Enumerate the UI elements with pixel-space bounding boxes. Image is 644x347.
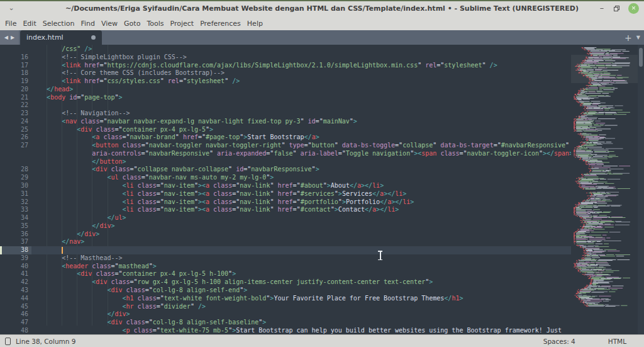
tab-prev-icon[interactable]: ◀ [4, 35, 8, 40]
code-line-32[interactable]: 32 <li class="nav-item"><a class="nav-li… [0, 198, 644, 207]
sublime-text-window: ⌄ ~/Documents/Eriga Syifaudin/Cara Membu… [0, 0, 644, 347]
code-text: <div class="container px-4 px-lg-5 h-100… [31, 270, 644, 278]
line-number: 32 [0, 198, 31, 207]
code-text: </nav> [31, 238, 644, 246]
active-line-edge-marker [0, 246, 2, 254]
menu-item-file[interactable]: File [2, 20, 19, 28]
code-line-47[interactable]: 47 <div class="col-lg-8 align-self-basel… [0, 319, 644, 327]
minimize-button[interactable]: – [599, 5, 605, 12]
code-text: </div> [31, 230, 644, 239]
restore-icon [614, 7, 618, 11]
close-button[interactable]: ✕ [628, 3, 639, 14]
tab-label: index.html [26, 33, 91, 42]
code-line-24[interactable]: 24 <nav class="navbar navbar-expand-lg n… [0, 118, 644, 126]
code-line-43[interactable]: 43 <div class="col-lg-8 align-self-end"> [0, 287, 644, 295]
code-text: <nav class="navbar navbar-expand-lg navb… [31, 118, 644, 126]
code-line-31[interactable]: 31 <li class="nav-item"><a class="nav-li… [0, 190, 644, 198]
code-text: </div> [31, 222, 644, 230]
code-text: <!-- Core theme CSS (includes Bootstrap)… [31, 69, 644, 77]
code-line-wrap[interactable]: </button> [0, 158, 644, 166]
code-text: <div class="collapse navbar-collapse" id… [31, 166, 644, 174]
code-text: <p class="text-white-75 mb-5">Start Boot… [31, 327, 644, 334]
window-menu-chevron-icon[interactable]: ⌄ [6, 3, 16, 13]
line-number: 33 [0, 206, 31, 214]
menu-item-view[interactable]: View [98, 20, 121, 28]
code-line-16[interactable]: 16 <!-- SimpleLightbox plugin CSS--> [0, 54, 644, 62]
line-number: 22 [0, 101, 31, 110]
code-area[interactable]: /css" />16 <!-- SimpleLightbox plugin CS… [0, 45, 644, 334]
tab-overflow-icon[interactable]: ▼ [636, 35, 640, 40]
line-number: 44 [0, 295, 31, 303]
menu-item-edit[interactable]: Edit [19, 20, 39, 28]
syntax-setting[interactable]: HTML [608, 338, 626, 345]
code-line-42[interactable]: 42 <div class="row gx-4 gx-lg-5 h-100 al… [0, 278, 644, 287]
code-line-41[interactable]: 41 <div class="container px-4 px-lg-5 h-… [0, 270, 644, 278]
code-line-18[interactable]: 18 <!-- Core theme CSS (includes Bootstr… [0, 69, 644, 77]
code-line-wrap[interactable]: aria-controls="navbarResponsive" aria-ex… [0, 150, 644, 158]
new-tab-icon[interactable]: + [625, 33, 632, 42]
code-line-37[interactable]: 37 </nav> [0, 238, 644, 246]
code-line-34[interactable]: 34 </ul> [0, 214, 644, 222]
menu-item-tools[interactable]: Tools [143, 20, 167, 28]
editor[interactable]: /css" />16 <!-- SimpleLightbox plugin CS… [0, 45, 644, 334]
code-line-40[interactable]: 40 <header class="masthead"> [0, 263, 644, 271]
code-line-46[interactable]: 46 </div> [0, 310, 644, 319]
code-line-29[interactable]: 29 <ul class="navbar-nav ms-auto my-2 my… [0, 174, 644, 182]
code-line-28[interactable]: 28 <div class="collapse navbar-collapse"… [0, 166, 644, 174]
code-line-27[interactable]: 27 <button class="navbar-toggler navbar-… [0, 142, 644, 150]
code-line-35[interactable]: 35 </div> [0, 222, 644, 230]
menu-item-preferences[interactable]: Preferences [197, 20, 244, 28]
code-text: </head> [31, 86, 644, 94]
line-number: 39 [0, 254, 31, 263]
code-line-44[interactable]: 44 <h1 class="text-white font-weight-bol… [0, 295, 644, 303]
menu-item-project[interactable]: Project [167, 20, 197, 28]
code-line-26[interactable]: 26 <a class="navbar-brand" href="#page-t… [0, 134, 644, 142]
code-line-25[interactable]: 25 <div class="container px-4 px-lg-5"> [0, 126, 644, 134]
code-line-wrap[interactable]: /css" /> [0, 45, 644, 54]
scrollbar-thumb[interactable] [639, 48, 643, 67]
minimap[interactable] [571, 45, 638, 334]
code-line-22[interactable]: 22 [0, 101, 644, 110]
code-text: <link href="css/styles.css" rel="stylesh… [31, 77, 644, 86]
tab-index-html[interactable]: index.html [20, 30, 102, 45]
code-line-20[interactable]: 20 </head> [0, 86, 644, 94]
menu-item-goto[interactable]: Goto [121, 20, 143, 28]
line-number: 27 [0, 142, 31, 150]
code-text: <div class="col-lg-8 align-self-end"> [31, 287, 644, 295]
menu-item-help[interactable]: Help [244, 20, 266, 28]
restore-button[interactable] [614, 6, 619, 11]
line-number: 20 [0, 86, 31, 94]
line-number: 42 [0, 278, 31, 287]
line-number [0, 45, 31, 54]
minimap-viewport[interactable] [571, 55, 638, 83]
line-number: 21 [0, 94, 31, 102]
line-number: 45 [0, 303, 31, 311]
menu-item-find[interactable]: Find [77, 20, 98, 28]
line-number: 31 [0, 190, 31, 198]
code-line-17[interactable]: 17 <link href="https://cdnjs.cloudflare.… [0, 62, 644, 70]
code-line-33[interactable]: 33 <li class="nav-item"><a class="nav-li… [0, 206, 644, 214]
code-line-19[interactable]: 19 <link href="css/styles.css" rel="styl… [0, 77, 644, 86]
code-line-23[interactable]: 23 <!-- Navigation--> [0, 110, 644, 118]
code-line-36[interactable]: 36 </div> [0, 230, 644, 239]
line-number: 35 [0, 222, 31, 230]
code-line-38[interactable]: 38 [0, 246, 644, 254]
code-line-45[interactable]: 45 <hr class="divider" /> [0, 303, 644, 311]
line-number: 40 [0, 263, 31, 271]
line-number: 38 [0, 246, 31, 254]
code-text: /css" /> [31, 45, 644, 54]
code-line-30[interactable]: 30 <li class="nav-item"><a class="nav-li… [0, 182, 644, 190]
code-text: <h1 class="text-white font-weight-bold">… [31, 295, 644, 303]
tab-next-icon[interactable]: ▶ [11, 35, 14, 40]
code-line-21[interactable]: 21 <body id="page-top"> [0, 94, 644, 102]
indentation-setting[interactable]: Spaces: 4 [543, 338, 575, 345]
line-number: 29 [0, 174, 31, 182]
tabbar: ◀ ▶ index.html + ▼ [0, 30, 644, 45]
line-number: 23 [0, 110, 31, 118]
code-line-48[interactable]: 48 <p class="text-white-75 mb-5">Start B… [0, 327, 644, 334]
sidebar-toggle-icon[interactable] [5, 338, 11, 345]
vertical-scrollbar[interactable] [638, 45, 644, 334]
code-line-39[interactable]: 39 <!-- Masthead--> [0, 254, 644, 263]
code-text: <!-- SimpleLightbox plugin CSS--> [31, 54, 644, 62]
menu-item-selection[interactable]: Selection [40, 20, 78, 28]
